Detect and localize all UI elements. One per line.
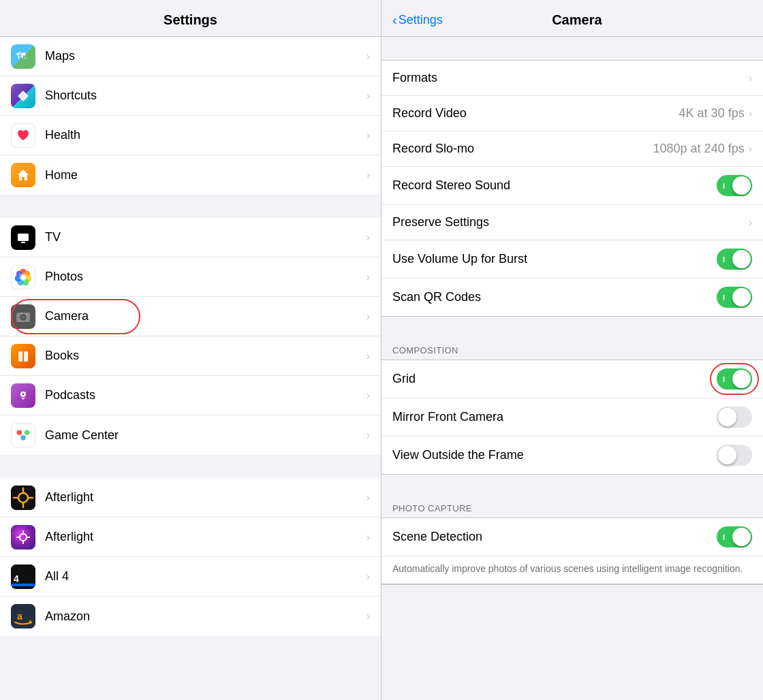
mirror-front-toggle[interactable] (717, 407, 752, 428)
left-title: Settings (164, 12, 217, 27)
sidebar-item-shortcuts[interactable]: Shortcuts › (0, 76, 381, 116)
record-slomo-value: 1080p at 240 fps (653, 142, 745, 156)
svg-rect-4 (21, 242, 25, 243)
separator-1 (0, 195, 381, 218)
back-label: Settings (399, 13, 443, 27)
record-slomo-chevron: › (749, 143, 752, 155)
scene-detection-label: Scene Detection (392, 530, 717, 544)
sidebar-item-photos[interactable]: Photos › (0, 257, 381, 297)
settings-group-2: TV › Photos › (0, 218, 381, 455)
podcasts-icon (11, 383, 35, 408)
volume-burst-toggle[interactable]: I (717, 249, 752, 270)
sidebar-item-amazon[interactable]: a Amazon › (0, 596, 381, 636)
formats-label: Formats (392, 71, 749, 85)
sidebar-item-podcasts[interactable]: Podcasts › (0, 376, 381, 415)
top-spacer (382, 37, 763, 60)
afterlight2-chevron: › (367, 531, 370, 543)
afterlight1-icon (11, 486, 35, 510)
preserve-settings-item[interactable]: Preserve Settings › (382, 205, 763, 240)
svg-rect-20 (24, 351, 28, 362)
camera-icon (11, 304, 35, 329)
record-stereo-knob (732, 176, 751, 195)
svg-point-26 (25, 430, 30, 435)
svg-text:a: a (17, 611, 22, 622)
health-chevron: › (367, 129, 370, 142)
grid-toggle[interactable]: I (717, 368, 752, 389)
gamecenter-icon (11, 423, 35, 447)
separator-2 (0, 455, 381, 478)
afterlight1-chevron: › (367, 492, 370, 504)
camera-label: Camera (45, 309, 367, 323)
sidebar-item-all4[interactable]: 4 All 4 › (0, 557, 381, 596)
health-icon (11, 123, 35, 148)
svg-point-25 (20, 435, 26, 441)
sidebar-item-gamecenter[interactable]: Game Center › (0, 415, 381, 455)
formats-item[interactable]: Formats › (382, 61, 763, 96)
mirror-front-item: Mirror Front Camera (382, 398, 763, 436)
health-label: Health (45, 128, 367, 142)
svg-text:🗺: 🗺 (16, 50, 26, 61)
view-outside-label: View Outside the Frame (392, 448, 717, 462)
tv-chevron: › (367, 232, 370, 244)
mirror-front-label: Mirror Front Camera (392, 410, 717, 424)
amazon-icon: a (11, 604, 35, 629)
podcasts-label: Podcasts (45, 388, 367, 402)
photo-capture-label: PHOTO CAPTURE (382, 498, 763, 518)
shortcuts-icon (11, 84, 35, 108)
svg-rect-19 (18, 351, 22, 362)
afterlight2-label: Afterlight (45, 530, 367, 544)
photos-icon (11, 265, 35, 289)
back-button[interactable]: ‹ Settings (392, 12, 443, 28)
maps-chevron: › (367, 50, 370, 63)
podcasts-chevron: › (367, 389, 370, 402)
all4-icon: 4 (11, 564, 35, 589)
settings-group-1: 🗺 Maps › Shortcuts › Health › (0, 37, 381, 195)
svg-point-22 (22, 393, 25, 395)
scan-qr-toggle[interactable]: I (717, 287, 752, 308)
all4-label: All 4 (45, 569, 367, 584)
gamecenter-label: Game Center (45, 428, 367, 443)
record-video-value: 4K at 30 fps (679, 106, 745, 121)
sidebar-item-health[interactable]: Health › (0, 116, 381, 155)
tv-icon (11, 225, 35, 250)
photos-label: Photos (45, 270, 367, 284)
sidebar-item-books[interactable]: Books › (0, 336, 381, 376)
composition-label: COMPOSITION (382, 340, 763, 360)
amazon-chevron: › (367, 610, 370, 622)
scan-qr-knob (732, 288, 751, 306)
sidebar-item-afterlight1[interactable]: Afterlight › (0, 478, 381, 518)
photos-chevron: › (367, 271, 370, 283)
sidebar-item-maps[interactable]: 🗺 Maps › (0, 37, 381, 76)
sidebar-item-home[interactable]: Home › (0, 155, 381, 195)
home-icon (11, 163, 35, 187)
scene-detection-toggle[interactable]: I (717, 526, 752, 547)
scan-qr-label: Scan QR Codes (392, 290, 717, 304)
record-slomo-label: Record Slo-mo (392, 142, 653, 156)
scan-qr-item: Scan QR Codes I (382, 279, 763, 316)
books-label: Books (45, 349, 367, 363)
volume-burst-item: Use Volume Up for Burst I (382, 240, 763, 279)
settings-group-3: Afterlight › Afterlight › 4 (0, 478, 381, 636)
view-outside-knob (718, 446, 736, 464)
record-stereo-label: Record Stereo Sound (392, 178, 717, 193)
record-stereo-toggle[interactable]: I (717, 175, 752, 196)
record-video-item[interactable]: Record Video 4K at 30 fps › (382, 96, 763, 131)
page-title: Camera (443, 12, 711, 28)
shortcuts-label: Shortcuts (45, 89, 367, 103)
scene-detection-item: Scene Detection I (382, 518, 763, 556)
grid-knob (732, 370, 751, 388)
sidebar-item-tv[interactable]: TV › (0, 218, 381, 257)
volume-burst-knob (732, 250, 751, 268)
camera-settings-group: Formats › Record Video 4K at 30 fps › Re… (382, 60, 763, 317)
record-video-chevron: › (749, 108, 752, 120)
scene-detection-desc-text: Automatically improve photos of various … (392, 563, 743, 574)
afterlight1-label: Afterlight (45, 490, 367, 505)
sidebar-item-afterlight2[interactable]: Afterlight › (0, 518, 381, 557)
view-outside-item: View Outside the Frame (382, 436, 763, 474)
record-slomo-item[interactable]: Record Slo-mo 1080p at 240 fps › (382, 131, 763, 167)
sidebar-item-camera[interactable]: Camera › (0, 297, 381, 336)
view-outside-toggle[interactable] (717, 445, 752, 466)
amazon-label: Amazon (45, 609, 367, 624)
svg-point-16 (21, 315, 25, 319)
books-chevron: › (367, 350, 370, 362)
